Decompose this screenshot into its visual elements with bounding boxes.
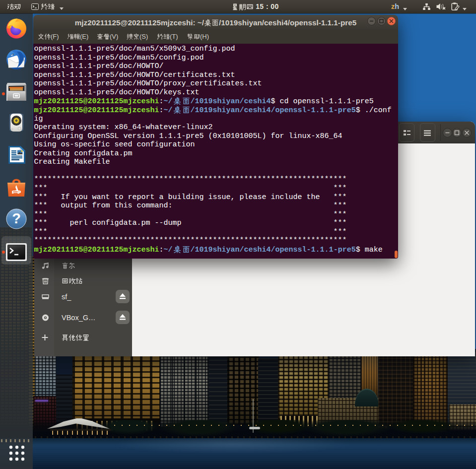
svg-text:?: ? [12, 210, 21, 226]
